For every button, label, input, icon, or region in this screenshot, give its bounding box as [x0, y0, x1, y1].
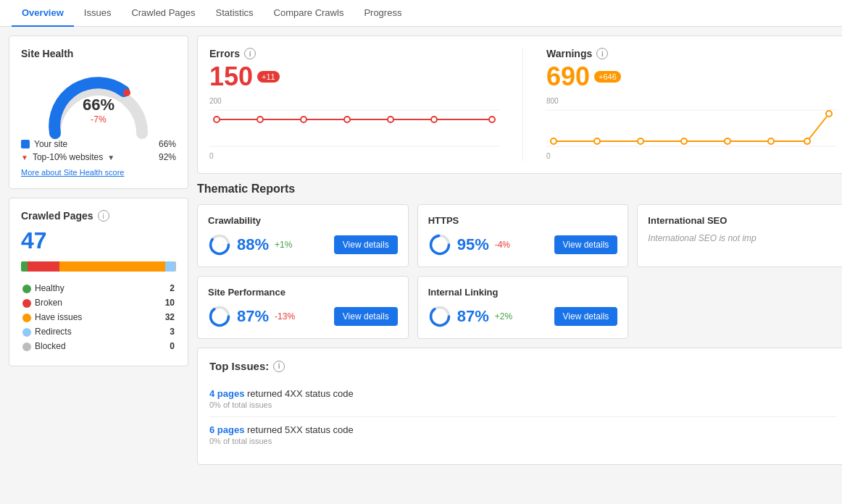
warnings-sparkline: 800 — [546, 97, 836, 160]
svg-point-3 — [214, 117, 220, 122]
errors-y-bottom: 0 — [209, 152, 214, 160]
chevron-down-icon: ▼ — [107, 154, 114, 161]
warnings-chart — [546, 106, 836, 150]
report-crawlability: Crawlability 88% +1% View details — [197, 204, 409, 267]
legend-have-issues: Have issues 32 — [22, 311, 175, 324]
site-health-card: Site Health 66% -7% — [9, 35, 188, 189]
arrow-down-icon: ▼ — [21, 154, 28, 161]
issue-row-2: 6 pages returned 5XX status code 0% of t… — [209, 417, 836, 453]
legend-redirects: Redirects 3 — [22, 325, 175, 338]
svg-point-6 — [344, 117, 350, 122]
top10-label: Top-10% websites — [33, 152, 103, 162]
top-issues-card: Top Issues: i 4 pages returned 4XX statu… — [197, 348, 842, 465]
errors-badge: +11 — [257, 71, 280, 83]
issue-title-2: 6 pages returned 5XX status code — [209, 424, 836, 435]
crawled-pages-title: Crawled Pages — [21, 210, 93, 222]
have-issues-dot — [22, 314, 31, 322]
svg-point-15 — [681, 138, 687, 144]
bar-issues — [59, 261, 165, 272]
issue-highlight-1: 4 pages — [209, 388, 244, 399]
redirects-count: 3 — [154, 325, 175, 338]
errors-sparkline: 200 — [209, 97, 499, 160]
internal-linking-title: Internal Linking — [428, 287, 618, 298]
crawled-count: 47 — [21, 227, 176, 254]
reports-grid: Crawlability 88% +1% View details — [197, 204, 842, 339]
tab-progress[interactable]: Progress — [354, 0, 412, 27]
tab-bar: Overview Issues Crawled Pages Statistics… — [0, 0, 842, 27]
issue-text-1: returned 4XX status code — [244, 388, 353, 399]
bar-healthy — [21, 261, 28, 272]
bar-broken — [28, 261, 60, 272]
report-international-seo: International SEO International SEO is n… — [637, 204, 842, 267]
tab-issues[interactable]: Issues — [74, 0, 122, 27]
errors-text: Errors — [209, 48, 240, 59]
crawlability-score: 88% — [237, 235, 269, 254]
crawlability-view-details-btn[interactable]: View details — [334, 235, 398, 254]
warnings-number: 690 — [546, 64, 590, 90]
gauge-delta: -7% — [41, 114, 157, 125]
crawled-pages-info-icon[interactable]: i — [98, 210, 109, 222]
top-issues-info-icon[interactable]: i — [273, 361, 285, 372]
internal-linking-delta: +2% — [495, 311, 512, 322]
https-view-details-btn[interactable]: View details — [554, 235, 618, 254]
report-internal-linking: Internal Linking 87% +2% View details — [417, 276, 629, 339]
errors-chart — [209, 106, 499, 150]
svg-point-18 — [804, 138, 810, 144]
healthy-count: 2 — [154, 282, 175, 295]
site-perf-view-details-btn[interactable]: View details — [334, 307, 398, 326]
errors-y-top: 200 — [209, 97, 222, 105]
broken-count: 10 — [154, 296, 175, 309]
crawlability-title: Crawlability — [208, 215, 398, 226]
sidebar: Site Health 66% -7% — [9, 35, 188, 465]
svg-point-7 — [388, 117, 393, 122]
svg-point-17 — [768, 138, 774, 144]
legend-your-site: Your site 66% — [21, 139, 176, 149]
svg-point-9 — [489, 117, 495, 122]
redirects-dot — [22, 328, 31, 337]
errors-info-icon[interactable]: i — [244, 48, 256, 59]
redirects-label: Redirects — [35, 327, 72, 337]
blocked-dot — [22, 343, 31, 351]
issue-title-1: 4 pages returned 4XX status code — [209, 388, 836, 399]
warnings-y-top: 800 — [546, 97, 559, 105]
svg-point-19 — [826, 111, 832, 117]
svg-point-14 — [638, 138, 643, 144]
bar-redirects — [165, 261, 175, 272]
errors-label: Errors i — [209, 48, 499, 59]
legend-broken: Broken 10 — [22, 296, 175, 309]
warnings-y-bottom: 0 — [546, 152, 551, 160]
tab-crawled-pages[interactable]: Crawled Pages — [121, 0, 205, 27]
report-site-performance: Site Performance 87% -13% View details — [197, 276, 409, 339]
site-perf-score: 87% — [237, 307, 269, 326]
top-issues-label: Top Issues: — [209, 360, 269, 372]
issue-row-1: 4 pages returned 4XX status code 0% of t… — [209, 381, 836, 417]
tab-overview[interactable]: Overview — [12, 0, 74, 27]
internal-linking-donut — [428, 305, 451, 328]
have-issues-count: 32 — [154, 311, 175, 324]
healthy-label: Healthy — [35, 283, 64, 293]
top10-value: 92% — [159, 152, 176, 162]
legend-healthy: Healthy 2 — [22, 282, 175, 295]
tab-compare-crawls[interactable]: Compare Crawls — [264, 0, 354, 27]
https-title: HTTPS — [428, 215, 618, 226]
more-site-health-link[interactable]: More about Site Health score — [21, 168, 176, 177]
blocked-count: 0 — [154, 340, 175, 353]
crawled-bar — [21, 261, 176, 272]
legend-top10: ▼ Top-10% websites ▼ 92% — [21, 152, 176, 162]
bar-blocked — [175, 261, 176, 272]
tab-statistics[interactable]: Statistics — [206, 0, 264, 27]
blocked-label: Blocked — [35, 341, 66, 351]
svg-point-16 — [725, 138, 730, 144]
internal-linking-view-details-btn[interactable]: View details — [554, 307, 618, 326]
gauge-percent: 66% — [41, 96, 157, 114]
warnings-badge: +646 — [594, 71, 621, 83]
warnings-block: Warnings i 690 +646 800 — [522, 48, 836, 161]
top-issues-title: Top Issues: i — [209, 360, 836, 372]
issue-text-2: returned 5XX status code — [244, 424, 353, 435]
errors-number: 150 — [209, 64, 253, 90]
site-perf-delta: -13% — [275, 311, 295, 322]
crawled-pages-card: Crawled Pages i 47 Healthy 2 Broken 10 — [9, 198, 188, 366]
gauge-center: 66% -7% — [41, 96, 157, 125]
warnings-info-icon[interactable]: i — [596, 48, 608, 59]
thematic-reports-title: Thematic Reports — [197, 182, 842, 196]
